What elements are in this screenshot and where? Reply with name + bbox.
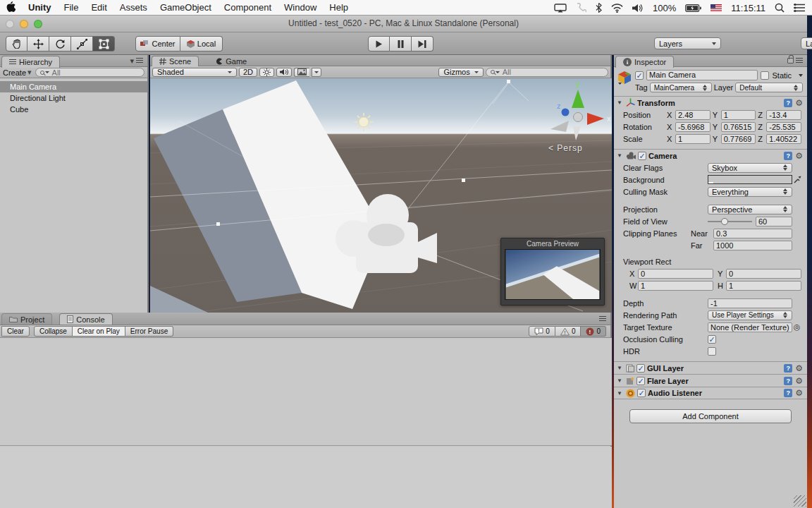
target-texture-field[interactable]: None (Render Texture) <box>708 322 792 332</box>
position-x-field[interactable]: 2.48 <box>675 110 710 120</box>
flare-layer-checkbox[interactable]: ✓ <box>636 377 645 385</box>
camera-enabled-checkbox[interactable]: ✓ <box>638 152 646 160</box>
collapse-button[interactable]: Collapse <box>34 326 73 337</box>
gear-icon[interactable]: ⚙ <box>795 364 803 373</box>
clock[interactable]: 11:15:11 <box>731 3 765 13</box>
notification-center-icon[interactable] <box>794 4 805 12</box>
gui-layer-header[interactable]: ▼ ✓ GUI Layer ?⚙ <box>614 361 807 374</box>
fov-slider-thumb[interactable] <box>721 218 728 225</box>
foldout-icon[interactable]: ▼ <box>617 99 624 106</box>
clear-button[interactable]: Clear <box>1 326 30 337</box>
hierarchy-search-input[interactable]: All <box>35 68 144 77</box>
gui-layer-checkbox[interactable]: ✓ <box>636 364 645 373</box>
scale-x-field[interactable]: 1 <box>675 134 710 144</box>
clear-flags-dropdown[interactable]: Skybox <box>708 163 792 173</box>
gizmos-dropdown[interactable]: Gizmos <box>438 68 483 77</box>
rect-tool-button[interactable] <box>93 36 115 52</box>
help-icon[interactable]: ? <box>784 99 792 107</box>
viewport-w-field[interactable]: 1 <box>638 281 713 291</box>
menu-gameobject[interactable]: GameObject <box>154 2 218 13</box>
rotation-y-field[interactable]: 0.76515 <box>721 122 756 132</box>
play-button[interactable] <box>368 36 390 52</box>
console-pane-menu[interactable] <box>599 316 610 322</box>
apple-menu-icon[interactable] <box>0 1 22 14</box>
help-icon[interactable]: ? <box>784 389 792 397</box>
scene-effects-dropdown[interactable] <box>312 68 321 77</box>
rendering-path-dropdown[interactable]: Use Player Settings <box>708 310 792 320</box>
2d-toggle-button[interactable]: 2D <box>239 68 257 77</box>
foldout-icon[interactable]: ▼ <box>617 365 624 371</box>
help-icon[interactable]: ? <box>784 364 792 373</box>
foldout-icon[interactable]: ▼ <box>617 390 624 397</box>
error-pause-button[interactable]: Error Pause <box>125 326 173 337</box>
move-tool-button[interactable] <box>27 36 49 52</box>
lock-icon[interactable] <box>787 58 794 64</box>
airplay-icon[interactable] <box>554 4 567 13</box>
window-resize-grip[interactable] <box>794 495 806 507</box>
tab-scene[interactable]: Scene <box>152 56 199 66</box>
position-z-field[interactable]: -13.4 <box>766 110 801 120</box>
menu-app-name[interactable]: Unity <box>22 2 58 13</box>
fov-slider[interactable] <box>708 217 752 226</box>
far-field[interactable]: 1000 <box>713 241 792 250</box>
menu-assets[interactable]: Assets <box>113 2 154 13</box>
gear-icon[interactable]: ⚙ <box>795 389 803 397</box>
menu-window[interactable]: Window <box>278 2 323 13</box>
step-button[interactable] <box>412 36 433 52</box>
camera-component-header[interactable]: ▼ ✓ Camera ? ⚙ <box>614 149 807 162</box>
scale-y-field[interactable]: 0.77669 <box>721 134 756 144</box>
gear-icon[interactable]: ⚙ <box>795 152 803 160</box>
rotation-x-field[interactable]: -5.6968 <box>675 122 710 132</box>
foldout-icon[interactable]: ▼ <box>617 377 624 384</box>
pivot-local-button[interactable]: Local <box>180 36 223 52</box>
eyedropper-icon[interactable] <box>792 175 801 185</box>
near-field[interactable]: 0.3 <box>713 229 792 238</box>
menu-edit[interactable]: Edit <box>85 2 113 13</box>
layer-dropdown[interactable]: Default <box>735 83 803 92</box>
viewport-y-field[interactable]: 0 <box>726 269 801 279</box>
scene-effects-toggle[interactable] <box>294 68 309 77</box>
scene-canvas[interactable]: y x z < Persp Camera Preview <box>150 78 612 313</box>
gameobject-icon[interactable] <box>617 70 632 92</box>
tab-game[interactable]: Game <box>209 56 254 66</box>
info-filter-button[interactable]: ! 0 <box>529 326 555 337</box>
scene-lighting-toggle[interactable] <box>259 68 274 77</box>
perspective-mode-label[interactable]: < Persp <box>548 143 583 153</box>
position-y-field[interactable]: 1 <box>721 110 756 120</box>
occlusion-culling-checkbox[interactable]: ✓ <box>708 335 716 344</box>
layers-dropdown[interactable]: Layers <box>654 37 721 49</box>
console-log-list[interactable] <box>0 338 612 446</box>
hierarchy-pane-menu[interactable]: ▾ <box>130 55 147 66</box>
console-detail-pane[interactable] <box>0 447 612 508</box>
phone-icon[interactable] <box>576 3 586 13</box>
menu-component[interactable]: Component <box>218 2 278 13</box>
viewport-h-field[interactable]: 1 <box>726 281 801 291</box>
tab-inspector[interactable]: i Inspector <box>615 56 674 68</box>
pivot-center-button[interactable]: Center <box>135 36 180 52</box>
bluetooth-icon[interactable] <box>596 3 602 13</box>
gameobject-active-checkbox[interactable]: ✓ <box>635 71 644 80</box>
draw-mode-dropdown[interactable]: Shaded <box>152 68 237 77</box>
inspector-pane-menu[interactable] <box>787 55 807 66</box>
add-component-button[interactable]: Add Component <box>629 409 792 423</box>
error-filter-button[interactable]: ! 0 <box>581 326 606 337</box>
tag-dropdown[interactable]: MainCamera <box>650 83 712 92</box>
warning-filter-button[interactable]: ! 0 <box>555 326 582 337</box>
hierarchy-item-main-camera[interactable]: Main Camera <box>0 81 147 92</box>
rotate-tool-button[interactable] <box>49 36 71 52</box>
wifi-icon[interactable] <box>611 4 623 13</box>
viewport-x-field[interactable]: 0 <box>638 269 713 279</box>
background-color-swatch[interactable] <box>708 175 792 184</box>
hierarchy-item-directional-light[interactable]: Directional Light <box>0 92 147 104</box>
tab-console[interactable]: Console <box>59 313 112 325</box>
scale-z-field[interactable]: 1.40522 <box>766 134 801 144</box>
tab-hierarchy[interactable]: Hierarchy <box>1 56 60 68</box>
menu-file[interactable]: File <box>58 2 85 13</box>
hdr-checkbox[interactable] <box>708 347 716 356</box>
volume-icon[interactable] <box>632 4 644 13</box>
fov-value-field[interactable]: 60 <box>756 217 792 226</box>
static-dropdown-icon[interactable] <box>799 74 803 77</box>
scene-search-input[interactable]: All <box>486 68 608 77</box>
help-icon[interactable]: ? <box>784 377 792 385</box>
input-language-flag-icon[interactable] <box>710 4 722 12</box>
